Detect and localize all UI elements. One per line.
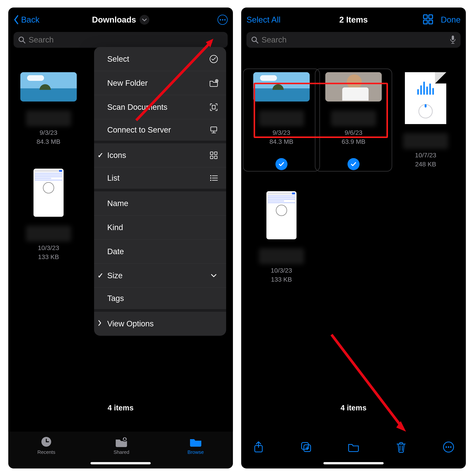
more-button[interactable] — [442, 441, 455, 454]
file-date: 9/3/23 — [37, 128, 60, 137]
file-size: 248 KB — [415, 160, 436, 169]
delete-button[interactable] — [395, 441, 407, 454]
folder-icon — [348, 441, 360, 453]
select-circle-icon — [209, 54, 219, 64]
phone-left: Back Downloads 9/3/23 — [8, 8, 233, 468]
menu-item-new-folder[interactable]: New Folder — [94, 71, 226, 95]
search-icon — [251, 36, 258, 44]
menu-item-scan-documents[interactable]: Scan Documents — [94, 95, 226, 119]
menu-item-size[interactable]: ✓ Size — [94, 264, 226, 288]
file-item[interactable]: 9/3/23 84.3 MB — [16, 72, 81, 146]
item-count: 4 items — [241, 404, 466, 412]
shared-folder-icon — [115, 436, 128, 447]
header-title-group[interactable]: Downloads — [92, 15, 149, 25]
annotation-arrow — [324, 327, 418, 444]
microphone-icon — [450, 35, 456, 44]
search-input[interactable] — [261, 35, 447, 44]
checkmark-icon: ✓ — [97, 272, 104, 280]
svg-point-32 — [446, 446, 447, 448]
title-chevron-badge — [139, 15, 149, 25]
menu-item-select[interactable]: Select — [94, 47, 226, 71]
trash-icon — [395, 441, 407, 453]
search-field[interactable] — [14, 32, 228, 48]
search-input[interactable] — [29, 35, 223, 44]
folder-icon — [189, 436, 202, 447]
home-indicator[interactable] — [91, 462, 151, 464]
more-button[interactable] — [218, 15, 228, 25]
file-size: 133 KB — [271, 275, 292, 284]
scan-icon — [209, 102, 219, 112]
menu-item-tags[interactable]: Tags — [94, 288, 226, 312]
file-name-blurred — [403, 133, 448, 149]
duplicate-icon — [300, 441, 312, 453]
annotation-highlight-box — [254, 83, 388, 138]
tab-recents[interactable]: Recents — [37, 436, 55, 455]
file-item[interactable]: 10/7/23248 KB — [393, 72, 458, 169]
search-field[interactable] — [246, 32, 460, 48]
menu-item-name[interactable]: Name — [94, 191, 226, 215]
search-icon — [18, 36, 26, 44]
svg-rect-22 — [429, 15, 433, 19]
more-menu-popover: Select New Folder Scan Documents Connect… — [94, 47, 226, 336]
more-circle-icon — [442, 441, 455, 453]
checkmark-icon: ✓ — [97, 151, 104, 159]
page-title: Downloads — [92, 15, 136, 24]
svg-rect-12 — [215, 156, 217, 159]
back-label: Back — [21, 15, 39, 24]
menu-item-date[interactable]: Date — [94, 239, 226, 264]
file-size: 133 KB — [38, 253, 59, 261]
menu-item-view-options[interactable]: View Options — [94, 312, 226, 336]
svg-line-35 — [331, 335, 403, 429]
file-date: 10/3/23 — [38, 243, 59, 253]
file-item[interactable]: 10/3/23 133 KB — [16, 169, 81, 261]
svg-rect-11 — [210, 156, 213, 159]
header: Select All 2 Items Done — [241, 8, 466, 32]
new-folder-icon — [209, 78, 219, 88]
selected-checkmark-icon — [348, 158, 360, 170]
svg-marker-36 — [396, 421, 406, 432]
grid-icon — [423, 14, 433, 25]
menu-item-list[interactable]: List — [94, 167, 226, 191]
phone-right: Select All 2 Items Done 9/3/238 — [241, 8, 466, 468]
svg-point-15 — [210, 180, 211, 181]
move-button[interactable] — [348, 441, 360, 454]
share-icon — [253, 441, 265, 453]
selected-checkmark-icon — [275, 158, 288, 170]
tab-shared[interactable]: Shared — [113, 436, 129, 455]
selection-count: 2 Items — [339, 15, 368, 24]
grid-icon — [209, 150, 219, 160]
svg-point-0 — [19, 37, 23, 42]
menu-item-icons[interactable]: ✓ Icons — [94, 143, 226, 167]
svg-rect-9 — [210, 152, 213, 154]
svg-point-14 — [210, 177, 211, 179]
duplicate-button[interactable] — [300, 441, 312, 454]
item-count: 4 items — [8, 404, 233, 412]
svg-rect-23 — [423, 20, 427, 24]
select-all-button[interactable]: Select All — [246, 15, 280, 24]
tab-browse[interactable]: Browse — [188, 436, 204, 455]
view-mode-button[interactable] — [423, 14, 433, 25]
svg-rect-21 — [423, 15, 427, 19]
svg-point-25 — [252, 37, 256, 42]
menu-item-kind[interactable]: Kind — [94, 215, 226, 239]
chevron-right-icon — [97, 320, 102, 328]
menu-item-connect-to-server[interactable]: Connect to Server — [94, 119, 226, 143]
dictate-button[interactable] — [450, 35, 456, 45]
chevron-left-icon — [14, 15, 19, 24]
clock-icon — [39, 436, 53, 447]
header: Back Downloads — [8, 8, 233, 32]
file-date: 10/7/23 — [415, 151, 436, 160]
svg-rect-10 — [215, 152, 217, 154]
svg-point-33 — [448, 446, 449, 448]
chevron-down-icon — [209, 271, 219, 280]
svg-point-34 — [450, 446, 452, 448]
file-name-blurred — [26, 111, 71, 126]
file-item[interactable]: 10/3/23133 KB — [249, 191, 314, 284]
home-indicator[interactable] — [323, 462, 384, 464]
done-button[interactable]: Done — [441, 15, 460, 24]
back-button[interactable]: Back — [14, 15, 39, 24]
share-button[interactable] — [253, 441, 265, 454]
svg-point-13 — [210, 175, 211, 176]
chevron-down-icon — [142, 18, 147, 22]
file-size: 84.3 MB — [37, 137, 60, 146]
